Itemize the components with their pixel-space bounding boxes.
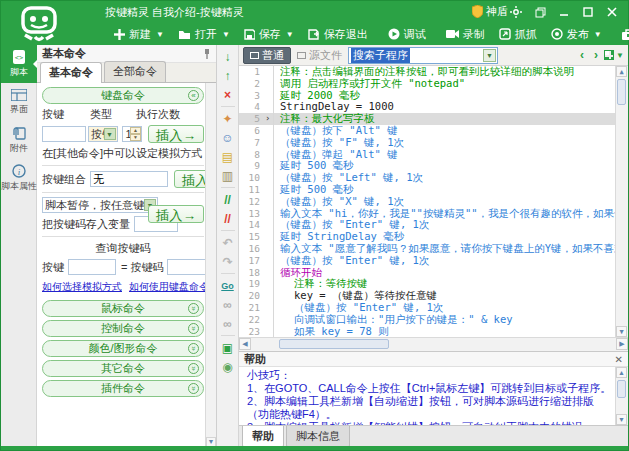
find-icon[interactable]: ∞ — [219, 295, 237, 314]
code-line[interactable]: 19注释：等待按键 — [239, 278, 615, 290]
count-stepper[interactable]: 1 ▲▼ — [122, 126, 142, 142]
stepper-down-icon[interactable]: ▼ — [130, 134, 141, 141]
collapse-icon[interactable]: « — [188, 90, 199, 101]
key-type-select[interactable]: 按键▼ — [88, 126, 118, 142]
code-line[interactable]: 7（键盘）按 "F" 键, 1次 — [239, 137, 615, 149]
pin-icon[interactable] — [203, 49, 211, 59]
code-line[interactable]: 4StringDelay = 1000 — [239, 101, 615, 113]
command-group-颜色/图形命令[interactable]: 颜色/图形命令» — [42, 340, 204, 357]
code-line[interactable]: 13输入文本 "hi，你好，我是""按键精灵""，我是个很有趣的软件，如果你愿意… — [239, 208, 615, 220]
command-group-控制命令[interactable]: 控制命令» — [42, 320, 204, 337]
tab-all-commands[interactable]: 全部命令 — [104, 61, 166, 82]
scroll-down-icon[interactable]: ▼ — [616, 326, 627, 337]
shield-badge[interactable]: 神盾 — [472, 4, 508, 19]
copy-icon[interactable]: ▤ — [219, 147, 237, 166]
nav-item-script[interactable]: <> 脚本 — [1, 45, 37, 83]
key-combo-input[interactable] — [90, 171, 168, 187]
resource-library-button[interactable]: 资源库 — [615, 24, 629, 44]
code-horizontal-scrollbar[interactable]: ◀ ▶ — [239, 337, 628, 351]
new-button[interactable]: 新建▼ — [107, 24, 171, 44]
open-button[interactable]: 打开▼ — [171, 24, 237, 44]
nav-next-icon[interactable]: › — [594, 48, 598, 62]
code-line[interactable]: 18循环开始 — [239, 267, 615, 279]
code-line[interactable]: 10（键盘）按 "Left" 键, 1次 — [239, 172, 615, 184]
query-code-input[interactable] — [167, 259, 207, 275]
pause-mode-select[interactable]: 脚本暂停，按任意键继续 ▼ — [42, 197, 158, 213]
nav-prev-icon[interactable]: ‹ — [580, 48, 584, 62]
layout-grid-button[interactable]: ▼ — [604, 50, 624, 60]
code-line[interactable]: 15延时 StringDelay 毫秒 — [239, 231, 615, 243]
expand-icon[interactable]: » — [188, 343, 199, 354]
scrollbar-thumb[interactable] — [617, 380, 626, 398]
expand-icon[interactable]: » — [188, 363, 199, 374]
code-editor[interactable]: 1注释：点击编辑界面的注释按钮，即可看到比较详细的脚本说明2调用 启动程序或打开… — [239, 66, 628, 337]
code-line[interactable]: 11延时 500 毫秒 — [239, 184, 615, 196]
nav-item-interface[interactable]: 界面 — [1, 83, 37, 121]
command-group-其它命令[interactable]: 其它命令» — [42, 360, 204, 377]
code-line[interactable]: 9延时 500 毫秒 — [239, 160, 615, 172]
tab-help[interactable]: 帮助 — [242, 426, 284, 448]
query-key-input[interactable] — [68, 259, 116, 275]
code-line[interactable]: 3延时 2000 毫秒 — [239, 90, 615, 102]
drag-hand-icon[interactable]: ✦ — [219, 109, 237, 128]
scroll-left-icon[interactable]: ◀ — [239, 338, 251, 350]
insert-pause-button[interactable]: 插入→ — [148, 205, 204, 223]
command-group-插件命令[interactable]: 插件命令» — [42, 380, 204, 397]
maximize-button[interactable] — [578, 3, 598, 21]
code-line[interactable]: 6（键盘）按下 "Alt" 键 — [239, 125, 615, 137]
link-keyboard-help[interactable]: 如何使用键盘命令 — [129, 280, 209, 294]
scrollbar-thumb[interactable] — [279, 339, 389, 349]
scrollbar-thumb[interactable] — [617, 79, 626, 105]
stepper-up-icon[interactable]: ▲ — [130, 127, 141, 134]
tab-script-info[interactable]: 脚本信息 — [286, 426, 350, 448]
code-line[interactable]: 2调用 启动程序或打开文件 "notepad" — [239, 78, 615, 90]
search-subroutine-combo[interactable]: 搜索子程序 ▼ — [348, 47, 498, 64]
delete-line-icon[interactable]: × — [219, 85, 237, 104]
export-icon[interactable]: ▣ — [219, 338, 237, 357]
scroll-right-icon[interactable]: ▶ — [616, 338, 628, 350]
debug-button[interactable]: 调试 — [381, 24, 433, 44]
user-icon[interactable]: ☺ — [219, 128, 237, 147]
minimize-button[interactable] — [554, 3, 574, 21]
restore-icon[interactable] — [530, 3, 550, 21]
redo-icon[interactable]: ↷ — [219, 252, 237, 271]
nav-item-attachments[interactable]: 附件 — [1, 121, 37, 159]
save-button[interactable]: 保存▼ — [237, 24, 301, 44]
uncomment-icon[interactable]: // — [219, 209, 237, 228]
capture-button[interactable]: 抓抓 — [492, 24, 544, 44]
code-line[interactable]: 8（键盘）弹起 "Alt" 键 — [239, 149, 615, 161]
close-button[interactable] — [602, 3, 622, 21]
code-line[interactable]: 20key = （键盘）等待按任意键 — [239, 290, 615, 302]
scroll-up-icon[interactable]: ▲ — [616, 66, 627, 77]
expand-icon[interactable]: » — [188, 303, 199, 314]
code-line[interactable]: 1注释：点击编辑界面的注释按钮，即可看到比较详细的脚本说明 — [239, 66, 615, 78]
panel-scrollbar[interactable]: ▼ — [205, 83, 216, 448]
view-source-button[interactable]: 源文件 — [297, 48, 342, 63]
publish-button[interactable]: 发布▼ — [544, 24, 609, 44]
tab-basic-commands[interactable]: 基本命令 — [40, 62, 102, 83]
code-line[interactable]: 21（键盘）按 "Enter" 键, 1次 — [239, 302, 615, 314]
record-button[interactable]: 录制 — [439, 24, 492, 44]
code-line[interactable]: 5›注释：最大化写字板 — [239, 113, 615, 125]
expand-icon[interactable]: » — [188, 323, 199, 334]
expand-icon[interactable]: » — [188, 383, 199, 394]
code-line[interactable]: 17（键盘）按 "Enter" 键, 1次 — [239, 255, 615, 267]
command-group-鼠标命令[interactable]: 鼠标命令» — [42, 300, 204, 317]
code-line[interactable]: 23如果 key = 78 则 — [239, 326, 615, 337]
syntax-check-icon[interactable]: ◉ — [219, 357, 237, 376]
scroll-down-icon[interactable]: ▼ — [616, 414, 627, 425]
paste-icon[interactable]: ▥ — [219, 166, 237, 185]
keyboard-commands-header[interactable]: 键盘命令 « — [42, 87, 204, 104]
code-vertical-scrollbar[interactable]: ▲ ▼ — [615, 66, 628, 337]
help-scrollbar[interactable]: ▲ ▼ — [615, 367, 628, 425]
view-normal-button[interactable]: 普通 — [243, 47, 291, 64]
code-line[interactable]: 22向调试窗口输出："用户按下的键是：" & key — [239, 314, 615, 326]
undo-icon[interactable]: ↶ — [219, 233, 237, 252]
move-down-icon[interactable]: ↓ — [219, 47, 237, 66]
find-next-icon[interactable]: ∞ — [219, 314, 237, 333]
insert-key-button[interactable]: 插入→ — [148, 125, 204, 143]
nav-item-script-properties[interactable]: i 脚本属性 — [1, 159, 37, 197]
move-up-icon[interactable]: ↑ — [219, 66, 237, 85]
code-line[interactable]: 16输入文本 "愿意了解我吗？如果愿意，请你按下键盘上的Y键，如果不喜欢我，那就… — [239, 243, 615, 255]
key-input[interactable] — [42, 126, 86, 142]
